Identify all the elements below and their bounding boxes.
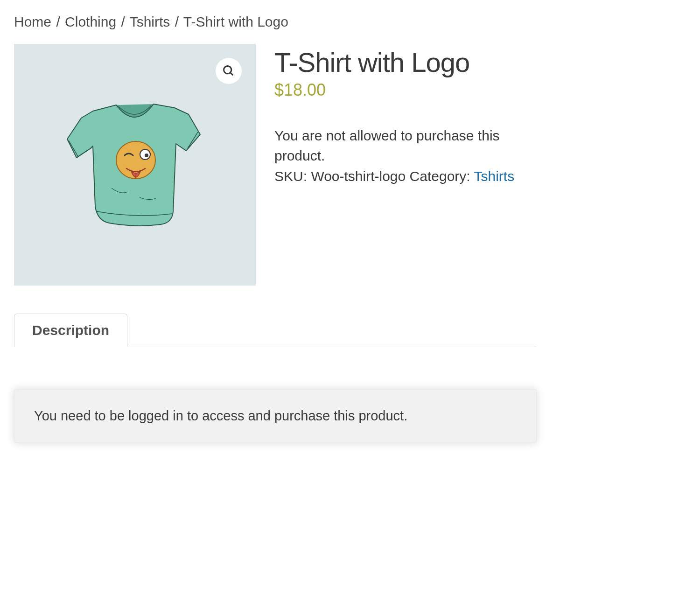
svg-line-1 — [231, 73, 233, 76]
search-icon — [222, 64, 235, 77]
product-image-container — [14, 44, 256, 286]
product-image[interactable] — [56, 85, 214, 244]
breadcrumb-current: T-Shirt with Logo — [183, 14, 288, 29]
svg-point-0 — [224, 66, 231, 74]
breadcrumb-separator: / — [56, 14, 60, 29]
product-price: $18.00 — [274, 80, 537, 100]
purchase-restriction-notice: You are not allowed to purchase this pro… — [274, 126, 537, 166]
product-meta: SKU: Woo-tshirt-logo Category: Tshirts — [274, 166, 537, 187]
tab-content-description: You need to be logged in to access and p… — [14, 347, 537, 443]
product-summary: T-Shirt with Logo $18.00 You are not all… — [274, 44, 537, 286]
breadcrumb: Home / Clothing / Tshirts / T-Shirt with… — [14, 14, 537, 30]
category-label: Category: — [410, 168, 470, 184]
breadcrumb-separator: / — [175, 14, 179, 29]
tab-description[interactable]: Description — [14, 314, 127, 347]
sku-value: Woo-tshirt-logo — [311, 168, 406, 184]
product-tabs: Description — [14, 314, 537, 347]
sku-label: SKU: — [274, 168, 307, 184]
product-title: T-Shirt with Logo — [274, 48, 537, 77]
zoom-button[interactable] — [216, 58, 242, 84]
breadcrumb-tshirts[interactable]: Tshirts — [130, 14, 170, 29]
breadcrumb-home[interactable]: Home — [14, 14, 51, 29]
product-main: T-Shirt with Logo $18.00 You are not all… — [14, 44, 537, 286]
category-link[interactable]: Tshirts — [474, 168, 514, 184]
svg-point-4 — [145, 154, 148, 157]
breadcrumb-clothing[interactable]: Clothing — [65, 14, 116, 29]
login-required-notice: You need to be logged in to access and p… — [14, 389, 537, 443]
breadcrumb-separator: / — [121, 14, 125, 29]
